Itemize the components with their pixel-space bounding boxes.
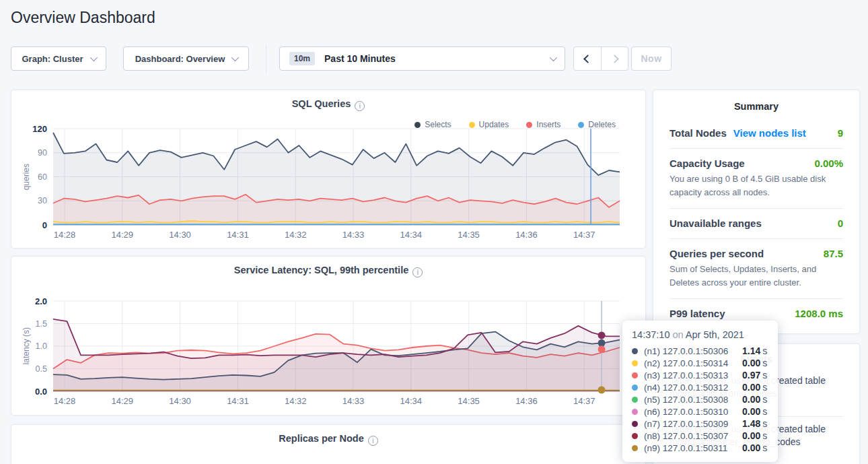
chart-title: Replicas per Nodei xyxy=(11,433,645,446)
x-axis-tick: 14:34 xyxy=(400,230,423,240)
prev-time-button[interactable] xyxy=(574,47,601,70)
x-axis-tick: 14:35 xyxy=(458,396,480,406)
chevron-down-icon xyxy=(89,54,97,61)
time-step-buttons xyxy=(573,46,628,71)
node-address: (n8) 127.0.0.1:50307 xyxy=(644,431,742,441)
x-axis-tick: 14:28 xyxy=(54,396,76,406)
tooltip-node-row: (n6) 127.0.0.1:503100.00s xyxy=(632,405,768,418)
legend-dot xyxy=(469,122,475,128)
y-axis-label: latency (s) xyxy=(22,327,31,364)
x-axis-tick: 14:28 xyxy=(54,230,76,240)
x-axis-tick: 14:29 xyxy=(112,230,134,240)
node-latency-value: 1.48s xyxy=(742,418,767,429)
node-latency-value: 0.00s xyxy=(742,430,767,441)
service-latency-chart-card: Service Latency: SQL, 99th percentilei l… xyxy=(11,256,646,416)
legend-item[interactable]: Inserts xyxy=(526,120,560,129)
controls-divider xyxy=(266,44,266,73)
node-latency-value: 0.00s xyxy=(742,394,767,405)
tooltip-node-row: (n5) 127.0.0.1:503080.00s xyxy=(632,393,768,405)
graph-dropdown-label: Graph: Cluster xyxy=(22,54,83,64)
replicas-per-node-chart-card: Replicas per Nodei xyxy=(11,424,646,464)
chart-title: SQL Queriesi xyxy=(11,98,645,111)
node-color-dot xyxy=(632,445,638,451)
x-axis-tick: 14:29 xyxy=(112,396,134,406)
dashboard-dropdown[interactable]: Dashboard: Overview xyxy=(123,46,249,71)
x-axis-tick: 14:33 xyxy=(342,396,365,406)
x-axis-tick: 14:32 xyxy=(285,230,307,240)
y-axis-tick: 0 xyxy=(42,220,47,230)
time-range-selector[interactable]: 10m Past 10 Minutes xyxy=(279,46,565,71)
sql-queries-chart-card: SQL Queriesi SelectsUpdatesInsertsDelete… xyxy=(11,90,646,248)
summary-title: Summary xyxy=(653,90,859,112)
x-axis-tick: 14:31 xyxy=(227,230,249,240)
node-color-dot xyxy=(632,348,638,354)
total-nodes-row: Total Nodes View nodes list 9 xyxy=(670,119,843,139)
info-icon[interactable]: i xyxy=(355,101,365,111)
p99-latency-value: 1208.0 ms xyxy=(795,308,843,319)
tooltip-node-row: (n8) 127.0.0.1:503070.00s xyxy=(632,430,768,442)
legend-dot xyxy=(526,122,532,128)
x-axis-tick: 14:32 xyxy=(285,396,307,406)
node-color-dot xyxy=(632,421,638,427)
total-nodes-value: 9 xyxy=(838,127,843,139)
node-address: (n6) 127.0.0.1:50310 xyxy=(644,407,742,417)
node-address: (n3) 127.0.0.1:50313 xyxy=(644,370,742,380)
view-nodes-list-link[interactable]: View nodes list xyxy=(733,127,806,139)
node-color-dot xyxy=(632,397,638,403)
node-latency-value: 0.00s xyxy=(742,382,767,393)
graph-dropdown[interactable]: Graph: Cluster xyxy=(11,46,106,71)
total-nodes-label: Total Nodes xyxy=(670,127,727,139)
info-icon[interactable]: i xyxy=(412,267,423,277)
node-color-dot xyxy=(632,409,638,415)
node-address: (n1) 127.0.0.1:50306 xyxy=(644,346,742,356)
p99-latency-row: P99 latency 1208.0 ms xyxy=(670,299,843,319)
y-axis-tick: 120 xyxy=(32,124,47,134)
node-latency-value: 0.97s xyxy=(742,370,767,380)
tooltip-node-row: (n1) 127.0.0.1:503061.14s xyxy=(632,345,768,357)
chevron-right-icon xyxy=(610,55,619,63)
y-axis-tick: 90 xyxy=(38,148,47,158)
chevron-down-icon xyxy=(550,54,557,61)
p99-latency-label: P99 latency xyxy=(670,308,725,319)
node-color-dot xyxy=(632,360,638,366)
summary-card: Summary Total Nodes View nodes list 9 Ca… xyxy=(653,90,860,334)
capacity-usage-label: Capacity Usage xyxy=(670,158,745,169)
tooltip-node-row: (n4) 127.0.0.1:503120.00s xyxy=(632,381,768,393)
y-axis-tick: 0.5 xyxy=(36,364,47,374)
node-address: (n5) 127.0.0.1:50308 xyxy=(644,395,742,405)
dashboard-dropdown-label: Dashboard: Overview xyxy=(135,54,225,64)
node-address: (n4) 127.0.0.1:50312 xyxy=(644,383,742,393)
chart-plot-area[interactable]: 030609012014:2814:2914:3014:3114:3214:33… xyxy=(53,129,620,225)
page-title: Overview Dashboard xyxy=(11,9,155,27)
legend-item[interactable]: Deletes xyxy=(578,120,616,129)
y-axis-tick: 30 xyxy=(38,196,47,205)
chart-plot-area[interactable]: 0.00.51.01.52.014:2814:2914:3014:3114:32… xyxy=(53,301,620,391)
tooltip-node-row: (n9) 127.0.0.1:503110.00s xyxy=(632,442,768,454)
y-axis-tick: 1.0 xyxy=(36,341,47,351)
next-time-button[interactable] xyxy=(601,47,628,70)
time-range-label: Past 10 Minutes xyxy=(324,53,396,64)
x-axis-tick: 14:34 xyxy=(400,396,423,406)
x-axis-tick: 14:36 xyxy=(515,396,538,406)
unavailable-ranges-label: Unavailable ranges xyxy=(670,218,762,229)
y-axis-tick: 1.5 xyxy=(36,319,47,329)
node-latency-value: 0.00s xyxy=(742,358,767,368)
chart-hover-tooltip: 14:37:10 on Apr 5th, 2021 (n1) 127.0.0.1… xyxy=(622,321,778,462)
chart-legend: SelectsUpdatesInsertsDeletes xyxy=(414,120,616,129)
now-button[interactable]: Now xyxy=(631,46,672,71)
capacity-usage-row: Capacity Usage 0.00% xyxy=(670,149,843,169)
x-axis-tick: 14:30 xyxy=(169,230,191,240)
node-latency-value: 0.00s xyxy=(742,442,767,453)
queries-per-second-row: Queries per second 87.5 xyxy=(670,239,843,259)
x-axis-tick: 14:30 xyxy=(169,396,191,406)
unavailable-ranges-row: Unavailable ranges 0 xyxy=(670,209,843,229)
legend-item[interactable]: Selects xyxy=(414,120,451,129)
unavailable-ranges-value: 0 xyxy=(838,218,843,229)
overview-dashboard-page: Overview Dashboard Graph: Cluster Dashbo… xyxy=(0,0,868,464)
x-axis-tick: 14:37 xyxy=(573,230,595,240)
y-axis-label: queries xyxy=(22,164,31,190)
info-icon[interactable]: i xyxy=(368,436,378,446)
legend-item[interactable]: Updates xyxy=(469,120,509,129)
tooltip-timestamp: 14:37:10 on Apr 5th, 2021 xyxy=(632,329,768,340)
time-range-chip: 10m xyxy=(289,52,315,65)
